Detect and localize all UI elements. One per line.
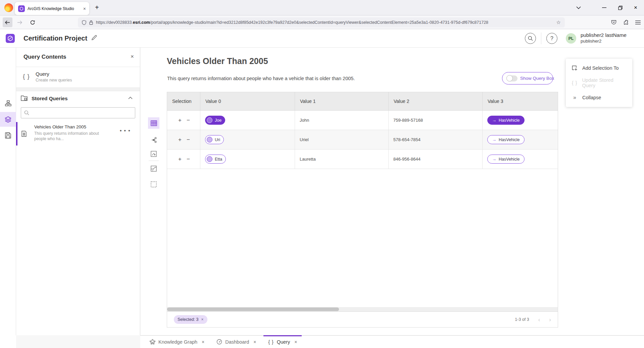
relationship-pill[interactable]: →HasVehicle xyxy=(487,155,525,164)
remove-from-selection-button[interactable]: − xyxy=(187,117,190,124)
bottom-left-strip xyxy=(0,335,140,348)
cell-value: John xyxy=(300,118,309,123)
url-text[interactable]: https://dev0028833.esri.com/portal/apps/… xyxy=(96,20,553,25)
toggle-switch[interactable] xyxy=(506,75,517,81)
firefox-icon[interactable] xyxy=(4,3,13,12)
stored-query-doc-icon xyxy=(21,131,27,137)
minimize-button[interactable] xyxy=(596,0,612,15)
add-to-selection-button[interactable]: + xyxy=(178,117,182,124)
tab-close-icon[interactable]: × xyxy=(202,339,204,345)
chart-view-button[interactable] xyxy=(148,148,159,160)
tool-strip-divider xyxy=(149,161,159,161)
results-table: Selection Value 0 Value 1 Value 2 Value … xyxy=(167,92,558,328)
remove-from-selection-button[interactable]: − xyxy=(187,136,190,143)
tab-query[interactable]: { } Query × xyxy=(262,336,303,348)
braces-icon: { } xyxy=(572,80,578,85)
entity-pill[interactable]: Joe xyxy=(205,116,225,125)
window-close-button[interactable]: × xyxy=(628,0,643,15)
user-login: publisher2 xyxy=(581,39,627,44)
new-tab-button[interactable]: + xyxy=(95,4,99,11)
folder-icon xyxy=(21,95,28,101)
clear-selection-icon[interactable]: × xyxy=(201,317,204,322)
url-bar[interactable]: https://dev0028833.esri.com/portal/apps/… xyxy=(78,17,565,27)
cell-value: 578-654-7854 xyxy=(393,137,420,142)
lock-icon[interactable] xyxy=(89,20,93,25)
user-block[interactable]: publisher2 lastName publisher2 xyxy=(581,32,627,44)
tab-close-icon[interactable]: × xyxy=(294,339,297,345)
restore-button[interactable] xyxy=(612,0,628,15)
tab-close-icon[interactable]: × xyxy=(83,6,86,11)
table-row[interactable]: + − Uri Uriel 578-654-7854 →HasVehicle xyxy=(167,130,558,150)
toggle-knob xyxy=(506,75,513,81)
arcgis-favicon-icon xyxy=(18,5,25,12)
menu-item-collapse[interactable]: » Collapse xyxy=(566,91,632,104)
column-header: Value 2 xyxy=(389,92,483,110)
menu-hamburger-icon[interactable] xyxy=(635,20,641,24)
query-description: This query returns information about peo… xyxy=(167,76,355,81)
add-to-selection-button[interactable]: + xyxy=(178,156,182,163)
link-chart-button[interactable] xyxy=(148,134,159,146)
entity-icon xyxy=(207,137,212,142)
query-contents-panel: Query Contents × { } Query Create new qu… xyxy=(16,48,140,335)
shield-icon[interactable] xyxy=(82,20,86,25)
collapse-section-chevron-icon[interactable] xyxy=(128,97,133,99)
layers-icon[interactable] xyxy=(0,112,16,127)
table-empty-area xyxy=(167,169,558,307)
table-view-button[interactable] xyxy=(148,117,159,129)
stored-query-item[interactable]: Vehicles Older Than 2005 This query retu… xyxy=(16,122,140,146)
remove-from-selection-button[interactable]: − xyxy=(187,156,190,163)
search-button[interactable] xyxy=(525,33,536,44)
relationship-pill[interactable]: →HasVehicle xyxy=(487,116,525,125)
relationship-pill[interactable]: →HasVehicle xyxy=(487,135,525,144)
app-header: Certification Project ? PL publisher2 la… xyxy=(0,29,644,48)
prev-page-button[interactable]: ‹ xyxy=(538,317,540,323)
table-row[interactable]: + − Joe John 759-889-57168 →HasVehicle xyxy=(167,111,558,130)
help-button[interactable]: ? xyxy=(546,33,557,44)
tab-list-chevron-icon[interactable] xyxy=(571,0,586,15)
new-query-item[interactable]: { } Query Create new queries xyxy=(16,67,140,88)
table-row[interactable]: + − Etta Lauretta 846-956-8644 →HasVehic… xyxy=(167,150,558,169)
tab-knowledge-graph[interactable]: Knowledge Graph × xyxy=(144,336,210,348)
header-divider xyxy=(541,33,541,44)
add-selection-icon xyxy=(572,65,578,71)
add-to-selection-button[interactable]: + xyxy=(178,136,182,143)
panel-close-icon[interactable]: × xyxy=(131,53,134,60)
extensions-puzzle-icon[interactable] xyxy=(623,20,629,25)
tab-dashboard[interactable]: Dashboard × xyxy=(210,336,262,348)
user-avatar[interactable]: PL xyxy=(566,33,576,44)
left-icon-rail: » xyxy=(0,48,16,348)
pocket-icon[interactable] xyxy=(611,20,616,25)
map-view-button[interactable] xyxy=(148,163,159,174)
scrollbar-thumb[interactable] xyxy=(167,307,339,311)
table-footer: Selected: 3 × 1-3 of 3 ‹ › xyxy=(167,311,558,327)
stored-queries-search[interactable] xyxy=(21,107,135,118)
entity-pill[interactable]: Uri xyxy=(205,135,224,144)
entity-pill[interactable]: Etta xyxy=(205,155,226,164)
menu-item-add-selection-to[interactable]: Add Selection To xyxy=(566,61,632,75)
show-query-box-toggle[interactable]: Show Query Box xyxy=(502,72,553,84)
tab-close-icon[interactable]: × xyxy=(253,339,256,345)
arrow-right-icon: → xyxy=(492,157,496,162)
back-button[interactable] xyxy=(3,17,12,27)
column-header: Value 3 xyxy=(483,92,558,110)
bookmark-star-icon[interactable]: ☆ xyxy=(556,19,561,25)
more-options-icon[interactable]: • • • xyxy=(120,127,131,134)
browser-tab-title: ArcGIS Knowledge Studio xyxy=(28,6,81,11)
tab-label: Dashboard xyxy=(225,339,249,345)
edit-title-pencil-icon[interactable] xyxy=(91,35,97,41)
select-tool-button[interactable] xyxy=(148,179,159,190)
search-input[interactable] xyxy=(32,108,133,118)
data-model-icon[interactable] xyxy=(0,96,16,111)
panel-title: Query Contents xyxy=(23,54,66,60)
next-page-button[interactable]: › xyxy=(549,317,551,323)
horizontal-scrollbar[interactable] xyxy=(167,307,558,311)
reload-button[interactable] xyxy=(28,17,37,27)
menu-item-update-stored-query[interactable]: { } Update Stored Query xyxy=(566,76,632,90)
selected-count-chip[interactable]: Selected: 3 × xyxy=(174,315,207,324)
forward-button[interactable] xyxy=(15,17,24,27)
browser-tab[interactable]: ArcGIS Knowledge Studio × xyxy=(15,2,89,15)
stored-query-title: Vehicles Older Than 2005 xyxy=(34,124,86,129)
braces-icon: { } xyxy=(23,73,30,80)
entity-icon xyxy=(207,117,212,123)
save-icon[interactable] xyxy=(0,128,16,143)
